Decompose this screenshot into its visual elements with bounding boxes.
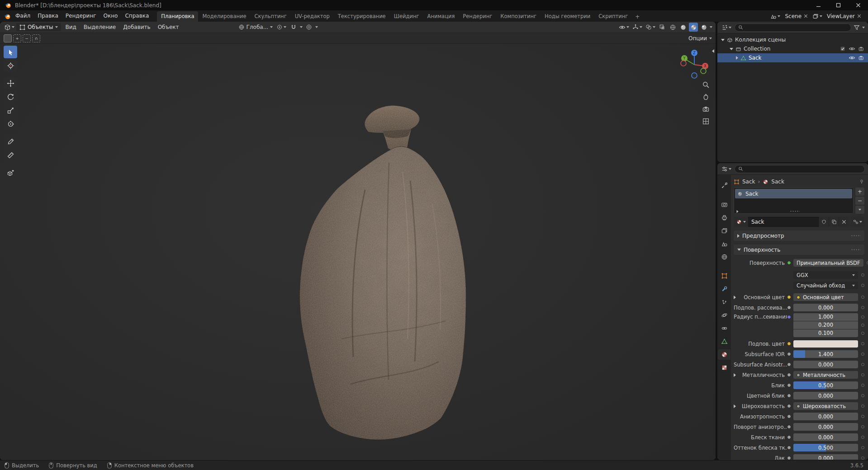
subsurface-ior-slider[interactable]: 1.400 — [793, 350, 858, 358]
outliner-editor-type-button[interactable] — [721, 23, 732, 32]
tab-render[interactable] — [718, 199, 730, 210]
tab-texture[interactable] — [718, 362, 730, 373]
tab-physics[interactable] — [718, 310, 730, 320]
workspace-tab-shading[interactable]: Шейдинг — [390, 11, 423, 22]
toggle-xray-button[interactable] — [658, 23, 667, 32]
tab-object-data[interactable] — [718, 336, 730, 347]
zoom-icon[interactable] — [702, 81, 710, 89]
gizmo-x-neg-axis[interactable] — [681, 61, 686, 66]
menu-file[interactable]: Файл — [12, 10, 34, 22]
view-menu[interactable]: Вид — [62, 24, 79, 30]
gizmo-y-neg-axis[interactable] — [701, 68, 706, 74]
show-gizmo-toggle[interactable] — [631, 23, 643, 32]
close-button[interactable] — [848, 0, 868, 10]
tab-tool[interactable] — [718, 180, 730, 191]
workspace-tab-compositing[interactable]: Композитинг — [496, 11, 541, 22]
browse-material-button[interactable] — [734, 217, 748, 227]
metallic-link-button[interactable]: Металличность — [793, 371, 858, 379]
tool-transform[interactable] — [4, 118, 17, 130]
add-slot-button[interactable]: + — [855, 188, 864, 196]
clearcoat-slider[interactable]: 0.000 — [793, 454, 858, 460]
pin-icon[interactable] — [859, 179, 864, 184]
properties-editor-type-button[interactable] — [721, 164, 732, 174]
anisotropic-rotation-slider[interactable]: 0.000 — [793, 423, 858, 431]
subsurface-method-dropdown[interactable]: Случайный обход — [793, 282, 858, 289]
viewlayer-selector[interactable]: ViewLayer — [825, 12, 863, 20]
tab-output[interactable] — [718, 212, 730, 223]
tab-world[interactable] — [718, 252, 730, 262]
remove-slot-button[interactable]: − — [855, 197, 864, 205]
select-mode-extend-button[interactable]: + — [13, 34, 21, 42]
list-resize-grip[interactable] — [790, 210, 800, 213]
subsurface-radius-z-field[interactable]: 0.100 — [793, 329, 858, 337]
subsurface-anisotropy-slider[interactable]: 0.000 — [793, 361, 858, 368]
decorator-icon[interactable] — [861, 415, 864, 418]
tab-object[interactable] — [718, 271, 730, 281]
menu-render[interactable]: Рендеринг — [62, 10, 100, 22]
decorator-icon[interactable] — [861, 315, 864, 319]
ortho-grid-icon[interactable] — [702, 118, 710, 125]
expand-closed-icon[interactable] — [736, 56, 738, 60]
decorator-icon[interactable] — [861, 404, 864, 408]
tool-move[interactable] — [4, 77, 17, 89]
anisotropic-slider[interactable]: 0.000 — [793, 413, 858, 420]
menu-edit[interactable]: Правка — [34, 10, 62, 22]
decorator-icon[interactable] — [867, 261, 868, 264]
preview-panel-header[interactable]: Предпросмотр — [734, 230, 864, 241]
distribution-dropdown[interactable]: GGX — [793, 271, 858, 279]
viewport-canvas[interactable]: Z X Y — [0, 44, 716, 460]
hide-eye-icon[interactable] — [849, 46, 855, 52]
select-mode-intersect-button[interactable]: ∩ — [32, 34, 40, 42]
expand-closed-icon[interactable] — [734, 373, 736, 377]
expand-closed-icon[interactable] — [734, 404, 736, 408]
tab-particles[interactable] — [718, 297, 730, 307]
transform-orientation-dropdown[interactable]: Глоба... — [237, 23, 274, 32]
decorator-icon[interactable] — [861, 456, 864, 460]
sheen-slider[interactable]: 0.000 — [793, 433, 858, 441]
slot-filter-expand-icon[interactable] — [737, 210, 739, 212]
material-specials-button[interactable] — [851, 217, 864, 227]
surface-panel-header[interactable]: Поверхность — [734, 244, 864, 255]
subsurface-color-swatch[interactable] — [793, 340, 858, 348]
decorator-icon[interactable] — [861, 394, 864, 397]
tool-cursor[interactable] — [4, 59, 17, 72]
scene-selector[interactable]: Scene — [783, 12, 810, 20]
tool-add-cube[interactable] — [4, 166, 17, 179]
outliner-row-scene-collection[interactable]: Коллекция сцены — [717, 35, 868, 44]
options-label[interactable]: Опции — [688, 35, 707, 42]
workspace-tab-rendering[interactable]: Рендеринг — [459, 11, 496, 22]
decorator-icon[interactable] — [861, 436, 864, 439]
decorator-icon[interactable] — [861, 425, 864, 428]
base-color-link-button[interactable]: Основной цвет — [793, 293, 858, 301]
mode-dropdown[interactable]: Объекты — [16, 23, 61, 31]
workspace-tab-texture-paint[interactable]: Текстурирование — [334, 11, 390, 22]
filter-funnel-icon[interactable] — [854, 24, 860, 31]
scene-unlink-icon[interactable] — [804, 14, 808, 18]
slot-specials-button[interactable] — [855, 206, 864, 214]
workspace-tab-scripting[interactable]: Скриптинг — [594, 11, 632, 22]
caret-down-icon[interactable] — [862, 27, 865, 28]
workspace-tab-animation[interactable]: Анимация — [423, 11, 459, 22]
menu-help[interactable]: Справка — [121, 10, 152, 22]
material-name-field[interactable]: Sack — [748, 217, 819, 227]
app-menu-button[interactable] — [3, 12, 12, 21]
scene-browse-button[interactable] — [769, 12, 781, 21]
maximize-button[interactable] — [828, 0, 848, 10]
shading-material-preview-button[interactable] — [689, 23, 698, 32]
material-slot-list[interactable]: Sack — [734, 188, 854, 214]
breadcrumb-material-name[interactable]: Sack — [771, 179, 784, 185]
decorator-icon[interactable] — [861, 384, 864, 387]
decorator-icon[interactable] — [861, 324, 864, 327]
sidebar-toggle-arrow[interactable] — [712, 49, 714, 53]
select-mode-set-button[interactable] — [4, 34, 12, 42]
tab-view-layer[interactable] — [718, 226, 730, 236]
subsurface-radius-x-field[interactable]: 1.000 — [793, 313, 858, 321]
decorator-icon[interactable] — [861, 332, 864, 335]
workspace-tab-layout[interactable]: Планировка — [157, 11, 198, 22]
workspace-tab-sculpting[interactable]: Скульптинг — [251, 11, 291, 22]
tool-annotate[interactable] — [4, 135, 17, 148]
editor-type-button[interactable] — [3, 23, 15, 32]
disable-render-camera-icon[interactable] — [859, 46, 864, 52]
decorator-icon[interactable] — [861, 306, 864, 309]
outliner-search-input[interactable] — [735, 24, 851, 32]
